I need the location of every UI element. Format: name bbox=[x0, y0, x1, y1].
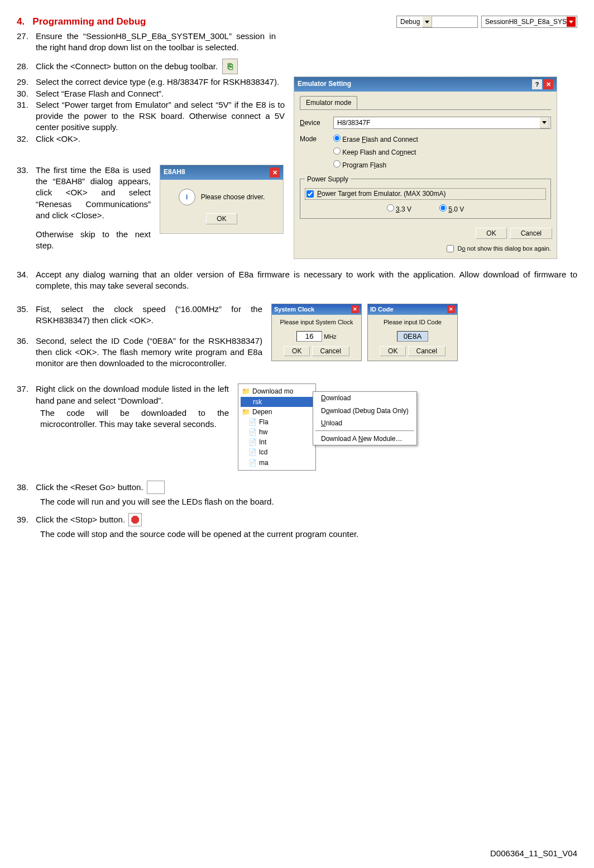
step-text: The code will run and you will see the L… bbox=[40, 496, 577, 507]
step-number: 37. bbox=[17, 383, 36, 406]
close-icon[interactable]: ✕ bbox=[447, 305, 455, 313]
file-icon bbox=[248, 448, 257, 457]
step-text: Otherwise skip to the next step. bbox=[36, 229, 151, 252]
tree-item-label: Depen bbox=[252, 407, 272, 416]
step-text: The code will stop and the source code w… bbox=[40, 529, 577, 540]
context-menu: Download Download (Debug Data Only) Unlo… bbox=[313, 391, 417, 445]
file-icon bbox=[248, 458, 257, 467]
close-icon[interactable]: ✕ bbox=[270, 167, 280, 178]
step-number: 28. bbox=[17, 61, 36, 72]
file-icon bbox=[248, 438, 257, 447]
radio-program-flash[interactable]: Program Flash bbox=[333, 160, 386, 170]
folder-icon bbox=[242, 407, 250, 416]
dialog-title: System Clock bbox=[274, 305, 314, 314]
idcode-input[interactable] bbox=[397, 331, 428, 342]
step-number: 38. bbox=[17, 482, 36, 493]
power-supply-group: Power Supply Power Target from Emulator.… bbox=[300, 179, 551, 219]
tree-item-label: rsk bbox=[253, 397, 262, 406]
tree-item-label: hw bbox=[259, 428, 267, 437]
toolbar-session-combos: Debug SessionH8_SLP_E8a_SYS bbox=[396, 16, 577, 28]
step-number: 27. bbox=[17, 31, 36, 42]
cancel-button[interactable]: Cancel bbox=[408, 346, 446, 356]
step-number: 35. bbox=[17, 304, 36, 327]
system-clock-dialog: System Clock✕ Please input System Clock … bbox=[271, 304, 362, 361]
tab-emulator-mode[interactable]: Emulator mode bbox=[300, 96, 357, 109]
tree-item-label: Download mo bbox=[252, 387, 293, 396]
mode-label: Mode bbox=[300, 135, 333, 143]
ok-button[interactable]: OK bbox=[380, 346, 406, 356]
dialog-prompt: Please input ID Code bbox=[372, 318, 453, 327]
device-combo[interactable]: H8/38347F bbox=[333, 117, 551, 129]
session-combo-value: SessionH8_SLP_E8a_SYS bbox=[483, 17, 567, 26]
session-combo[interactable]: SessionH8_SLP_E8a_SYS bbox=[481, 16, 577, 28]
step-number: 31. bbox=[17, 99, 36, 133]
dialog-message: Please choose driver. bbox=[201, 193, 265, 202]
step-text: Select “Erase Flash and Connect”. bbox=[36, 88, 285, 99]
step-text: Ensure the “SessionH8_SLP_E8a_SYSTEM_300… bbox=[36, 31, 276, 54]
emulator-setting-dialog: Emulator Setting ? ✕ Emulator mode Devic… bbox=[294, 76, 557, 258]
checkbox-dont-show[interactable] bbox=[447, 245, 454, 252]
step-number: 36. bbox=[17, 335, 36, 370]
dialog-title: E8AH8 bbox=[164, 167, 185, 178]
menu-item-unload[interactable]: Unload bbox=[313, 417, 416, 429]
step-text: Select “Power target from Emulator” and … bbox=[36, 99, 285, 133]
checkbox-power-target[interactable]: Power Target from Emulator. (MAX 300mA) bbox=[305, 188, 546, 199]
tree-item-label: ma bbox=[259, 458, 269, 467]
radio-erase-flash[interactable]: Erase Flash and Connect bbox=[333, 136, 418, 143]
help-icon[interactable]: ? bbox=[532, 79, 542, 89]
section-title-text: Programming and Debug bbox=[32, 16, 146, 27]
radio-5v0[interactable]: 5.0 V bbox=[439, 204, 464, 214]
menu-item-download[interactable]: Download bbox=[313, 392, 416, 404]
section-number: 4. bbox=[17, 16, 25, 27]
folder-icon bbox=[242, 387, 250, 396]
file-icon bbox=[248, 428, 257, 437]
step-text: Right click on the download module liste… bbox=[36, 383, 229, 406]
step-text: Click <OK>. bbox=[36, 133, 285, 145]
step-text: Fist, select the clock speed (“16.00MHz”… bbox=[36, 304, 262, 327]
clock-input[interactable] bbox=[296, 331, 322, 342]
close-icon[interactable]: ✕ bbox=[543, 79, 553, 89]
tree-item-label: lcd bbox=[259, 448, 267, 457]
radio-3v3[interactable]: 3.3 V bbox=[387, 204, 411, 214]
ok-button[interactable]: OK bbox=[206, 213, 237, 224]
step-text: Click the <Connect> button on the debug … bbox=[36, 61, 218, 72]
step-text: Click the <Reset Go> button. bbox=[36, 482, 143, 493]
menu-item-download-debug[interactable]: Download (Debug Data Only) bbox=[313, 405, 416, 417]
debug-config-combo[interactable]: Debug bbox=[396, 16, 478, 28]
step-text: Select the correct device type (e.g. H8/… bbox=[36, 76, 285, 88]
step-text: Click the <Stop> button. bbox=[36, 514, 125, 525]
dialog-prompt: Please input System Clock bbox=[276, 318, 357, 327]
project-tree[interactable]: Download mo rsk Depen Fla hw Int lcd ma bbox=[238, 383, 316, 471]
tree-item-label: Int bbox=[259, 438, 266, 447]
step-text: Second, select the ID Code (“0E8A” for t… bbox=[36, 335, 262, 370]
file-icon bbox=[248, 418, 257, 426]
stop-icon[interactable] bbox=[128, 513, 142, 526]
dialog-title: ID Code bbox=[370, 305, 394, 314]
unit-label: MHz bbox=[324, 333, 337, 340]
chevron-down-icon[interactable] bbox=[539, 117, 549, 128]
close-icon[interactable]: ✕ bbox=[351, 305, 359, 313]
device-label: Device bbox=[300, 118, 333, 127]
ok-button[interactable]: OK bbox=[284, 346, 310, 356]
menu-item-download-new[interactable]: Download A New Module… bbox=[313, 433, 416, 445]
step-number: 29. bbox=[17, 76, 36, 88]
step-number: 30. bbox=[17, 88, 36, 99]
cancel-button[interactable]: Cancel bbox=[510, 228, 552, 239]
chevron-down-icon[interactable] bbox=[422, 16, 432, 27]
e8ah8-dialog: E8AH8 ✕ i Please choose driver. OK bbox=[160, 165, 284, 234]
cancel-button[interactable]: Cancel bbox=[312, 346, 349, 356]
reset-go-icon[interactable] bbox=[147, 481, 165, 494]
step-text: Accept any dialog warning that an older … bbox=[36, 269, 577, 292]
device-value: H8/38347F bbox=[335, 118, 539, 127]
debug-config-value: Debug bbox=[398, 17, 422, 26]
id-code-dialog: ID Code✕ Please input ID Code OK Cancel bbox=[367, 304, 458, 361]
tree-item-label: Fla bbox=[259, 418, 269, 426]
chevron-down-red-icon[interactable] bbox=[567, 17, 576, 27]
radio-keep-flash[interactable]: Keep Flash and Connect bbox=[333, 147, 416, 157]
ok-button[interactable]: OK bbox=[476, 228, 506, 239]
info-icon: i bbox=[179, 189, 195, 205]
step-number: 32. bbox=[17, 133, 36, 145]
group-title: Power Supply bbox=[305, 175, 351, 184]
step-number: 33. bbox=[17, 165, 36, 221]
connect-icon[interactable] bbox=[222, 59, 238, 74]
